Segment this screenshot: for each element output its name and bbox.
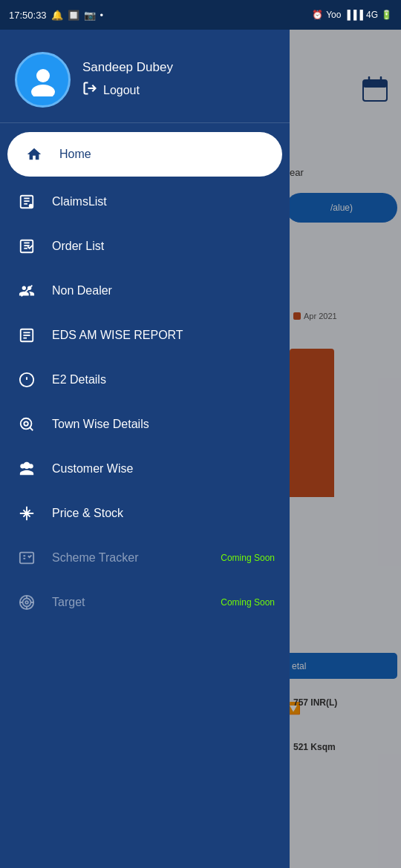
sidebar-item-customer-wise[interactable]: Customer Wise — [0, 447, 290, 491]
avatar — [15, 52, 71, 108]
sidebar-item-non-dealer[interactable]: Non Dealer — [0, 269, 290, 313]
sidebar-item-label: Home — [59, 148, 267, 161]
non-dealer-icon — [15, 279, 39, 303]
4g-icon: 4G — [366, 10, 378, 20]
status-right: ⏰ Yoo ▐▐▐ 4G 🔋 — [312, 10, 392, 20]
svg-point-24 — [21, 418, 32, 430]
svg-line-25 — [30, 427, 33, 430]
sidebar-item-claims-list[interactable]: ClaimsList — [0, 180, 290, 224]
sidebar-item-town-wise[interactable]: Town Wise Details — [0, 402, 290, 447]
svg-point-27 — [28, 464, 33, 468]
logout-icon — [82, 81, 97, 99]
svg-rect-29 — [20, 553, 33, 564]
svg-point-4 — [36, 69, 50, 82]
scheme-tracker-icon — [15, 546, 39, 570]
user-name: Sandeep Dubey — [82, 60, 173, 75]
e2-details-icon — [15, 368, 39, 392]
time-display: 17:50:33 — [9, 10, 47, 21]
sidebar-item-scheme-tracker: Scheme TrackerComing Soon — [0, 536, 290, 580]
coming-soon-badge: Coming Soon — [221, 553, 275, 563]
battery-icon: 🔋 — [381, 10, 392, 20]
sidebar-item-label: Non Dealer — [52, 284, 275, 297]
sidebar-item-price-stock[interactable]: Price & Stock — [0, 491, 290, 536]
sidebar-item-label: Town Wise Details — [52, 418, 275, 431]
sidebar-item-label: Price & Stock — [52, 507, 275, 520]
network-text: Yoo — [326, 10, 341, 20]
home-icon — [22, 142, 46, 166]
svg-point-32 — [25, 601, 28, 604]
sidebar-item-label: EDS AM WISE REPORT — [52, 329, 275, 342]
sidebar-item-label: Target — [52, 596, 207, 609]
town-wise-icon — [15, 412, 39, 436]
navigation-drawer: Sandeep Dubey Logout HomeClaimsListOrder… — [0, 30, 290, 868]
svg-point-26 — [24, 421, 28, 426]
customer-wise-icon — [15, 457, 39, 481]
menu-list: HomeClaimsListOrder ListNon DealerEDS AM… — [0, 123, 290, 868]
sidebar-item-label: E2 Details — [52, 373, 275, 387]
order-list-icon — [15, 234, 39, 258]
claims-list-icon — [15, 190, 39, 214]
sidebar-item-e2-details[interactable]: E2 Details — [0, 358, 290, 402]
eds-am-wise-icon — [15, 323, 39, 347]
coming-soon-badge: Coming Soon — [221, 597, 275, 608]
sidebar-item-label: Order List — [52, 240, 275, 253]
sidebar-item-order-list[interactable]: Order List — [0, 224, 290, 269]
svg-point-5 — [31, 85, 55, 96]
notification-icon: 🔔 — [51, 10, 63, 21]
logout-label: Logout — [103, 84, 140, 97]
sidebar-item-label: Scheme Tracker — [52, 551, 207, 565]
dot-indicator: • — [100, 10, 104, 21]
photo-icon: 📷 — [84, 10, 96, 21]
target-icon — [15, 591, 39, 614]
status-bar: 17:50:33 🔔 🔲 📷 • ⏰ Yoo ▐▐▐ 4G 🔋 — [0, 0, 401, 30]
vpn-icon: 🔲 — [68, 10, 79, 21]
sidebar-item-label: ClaimsList — [52, 195, 275, 208]
sidebar-item-target: TargetComing Soon — [0, 580, 290, 625]
sidebar-item-eds-am-wise[interactable]: EDS AM WISE REPORT — [0, 313, 290, 358]
status-left: 17:50:33 🔔 🔲 📷 • — [9, 10, 103, 21]
sidebar-item-home[interactable]: Home — [7, 132, 282, 177]
signal-bars: ▐▐▐ — [344, 10, 363, 20]
svg-point-31 — [23, 599, 31, 607]
user-profile-section: Sandeep Dubey Logout — [0, 30, 290, 123]
alarm-icon: ⏰ — [312, 10, 323, 20]
user-info: Sandeep Dubey Logout — [82, 60, 173, 99]
svg-point-28 — [20, 464, 25, 468]
price-stock-icon — [15, 502, 39, 525]
logout-button[interactable]: Logout — [82, 81, 173, 99]
sidebar-item-label: Customer Wise — [52, 462, 275, 476]
